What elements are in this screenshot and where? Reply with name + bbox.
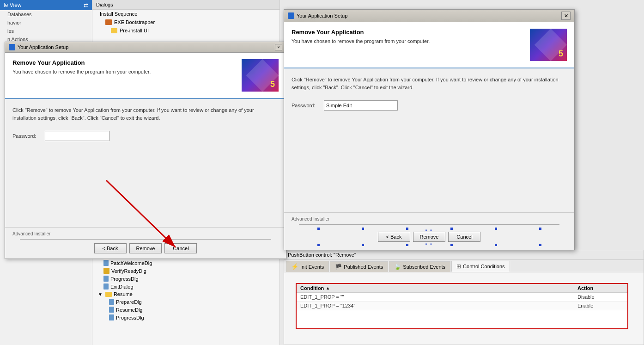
leaf-icon: 🍃 <box>394 264 401 270</box>
tree-item-exe-bootstrapper[interactable]: EXE Bootstrapper <box>92 18 279 26</box>
tree-node-verifyready[interactable]: VerifyReadyDlg <box>92 267 279 275</box>
pushbutton-label: PushButton control: "Remove" <box>284 250 644 260</box>
install-sequence-label: Install Sequence <box>100 11 137 17</box>
doc-icon-2 <box>103 276 109 282</box>
dialog-behind: Your Application Setup × Remove Your App… <box>5 42 286 259</box>
condition-cell-1: EDIT_1_PROP = "" <box>300 294 577 300</box>
folder-icon <box>111 28 117 33</box>
dialog-behind-password-label: Password: <box>12 132 40 140</box>
dialog-behind-back-button[interactable]: < Back <box>94 243 127 253</box>
table-header: Condition ▲ Action <box>297 284 627 293</box>
tab-control-conditions[interactable]: ⊞ Control Conditions <box>451 261 510 272</box>
action-cell-1: Disable <box>577 294 624 300</box>
tab-published-events[interactable]: 🏴 Published Events <box>330 261 388 272</box>
doc-icon-yellow <box>103 268 109 274</box>
table-row[interactable]: EDIT_1_PROP = "" Disable <box>297 293 627 302</box>
col-header-action: Action <box>577 285 624 291</box>
top-tree-panel: Dialogs Install Sequence EXE Bootstrappe… <box>92 0 280 46</box>
sort-arrow-icon: ▲ <box>326 286 330 290</box>
dot-b5 <box>495 244 497 246</box>
expand-icon: ▼ <box>98 292 103 297</box>
table-row[interactable]: EDIT_1_PROP = "1234" Enable <box>297 302 627 310</box>
dialog-behind-header-title: Remove Your Application <box>12 59 242 66</box>
dialog-front-cancel-button[interactable]: Cancel <box>448 232 480 242</box>
tree-node-exit[interactable]: ExitDialog <box>92 283 279 290</box>
dialog-behind-password-row: Password: <box>12 131 279 141</box>
dialog-behind-title: Your Application Setup <box>18 44 68 50</box>
dot-b2 <box>362 244 364 246</box>
tree-node-resume-dlg[interactable]: ResumeDlg <box>92 306 279 314</box>
doc-icon-3 <box>103 283 109 290</box>
dot-b6 <box>539 244 541 246</box>
dialog-front-brand: Advanced Installer <box>292 216 567 222</box>
dialog-behind-brand: Advanced Installer <box>12 231 279 236</box>
dialog-front-remove-button[interactable]: Remove <box>413 232 446 242</box>
dialog-front-header-image: 5 <box>530 29 567 61</box>
bottom-tree-panel: PatchWelcomeDlg VerifyReadyDlg ProgressD… <box>92 259 280 345</box>
dialog-behind-password-input[interactable] <box>45 131 109 141</box>
sidebar-item-databases[interactable]: Databases <box>0 10 92 18</box>
dot-4 <box>450 228 453 230</box>
tab-init-events[interactable]: ⚡ Init Events <box>286 261 329 272</box>
left-panel-header: le View ⇄ <box>0 0 92 10</box>
left-panel-icon: ⇄ <box>84 2 88 8</box>
folder-icon-resume <box>105 292 112 297</box>
conditions-table: Condition ▲ Action EDIT_1_PROP = "" Disa… <box>296 283 628 329</box>
doc-icon-5 <box>109 307 114 313</box>
dialog-front-back-button[interactable]: < Back <box>378 232 410 242</box>
dot-b4 <box>450 244 453 246</box>
dot-2 <box>362 228 364 230</box>
dialog-front-password-row: Password: <box>292 100 567 111</box>
grid-icon: ⊞ <box>456 263 461 270</box>
dialog-behind-titlebar: Your Application Setup × <box>5 42 286 53</box>
dot-5 <box>495 228 497 230</box>
flag-icon: 🏴 <box>335 264 342 270</box>
tree-item-preinstall-ui[interactable]: Pre-install UI <box>92 26 279 35</box>
dialog-behind-cancel-button[interactable]: Cancel <box>164 243 197 253</box>
tree-node-resume[interactable]: ▼ Resume <box>92 290 279 298</box>
preinstall-ui-label: Pre-install UI <box>120 28 149 33</box>
col-header-condition: Condition ▲ <box>300 285 577 291</box>
condition-cell-2: EDIT_1_PROP = "1234" <box>300 303 577 308</box>
dialog-front-icon <box>288 12 294 19</box>
dialog-front: Your Application Setup ✕ Remove Your App… <box>284 9 575 250</box>
dialog-front-title-text: Your Application Setup <box>288 12 347 19</box>
dialog-behind-header-subtitle: You have chosen to remove the program fr… <box>12 69 242 74</box>
doc-icon-6 <box>109 314 114 320</box>
dialog-behind-close-button[interactable]: × <box>275 44 282 50</box>
tab-subscribed-events[interactable]: 🍃 Subscribed Events <box>389 261 450 272</box>
dialog-front-content: Remove Your Application You have chosen … <box>284 22 574 250</box>
dialog-behind-footer: Advanced Installer < Back Remove Cancel <box>5 227 286 257</box>
tree-node-patchwelcome[interactable]: PatchWelcomeDlg <box>92 259 279 267</box>
dot-b3 <box>406 244 408 246</box>
tree-node-progress2[interactable]: ProgressDlg <box>92 314 279 321</box>
tabs-bar: ⚡ Init Events 🏴 Published Events 🍃 Subsc… <box>284 260 644 272</box>
dialog-behind-header-strip: Remove Your Application You have chosen … <box>5 53 286 99</box>
sidebar-item-ies[interactable]: ies <box>0 27 92 35</box>
dialog-behind-buttons: < Back Remove Cancel <box>12 243 279 253</box>
dialog-behind-icon <box>9 44 15 50</box>
dialog-front-header-strip: Remove Your Application You have chosen … <box>284 22 574 68</box>
dialog-front-close-button[interactable]: ✕ <box>561 12 571 20</box>
dialog-front-header-title: Remove Your Application <box>292 29 530 36</box>
dot-b1 <box>317 244 320 246</box>
dialog-front-header-subtitle: You have chosen to remove the program fr… <box>292 38 530 44</box>
action-cell-2: Enable <box>577 303 624 308</box>
tree-item-install-sequence[interactable]: Install Sequence <box>92 10 279 18</box>
tree-node-progress[interactable]: ProgressDlg <box>92 275 279 283</box>
dialog-front-password-label: Password: <box>292 102 319 110</box>
dialog-front-footer: Advanced Installer < Back Remove Cancel <box>284 212 574 250</box>
dot-3 <box>406 228 408 230</box>
dialog-front-buttons: < Back Remove Cancel <box>292 232 567 242</box>
top-tree-title: Dialogs <box>92 0 279 10</box>
dialog-front-password-input[interactable] <box>324 100 398 111</box>
dialog-front-titlebar: Your Application Setup ✕ <box>284 10 574 22</box>
dialog-behind-header-image: 5 <box>242 59 279 92</box>
left-panel-title: le View <box>4 2 21 8</box>
exe-bootstrapper-label: EXE Bootstrapper <box>114 19 155 25</box>
dialog-behind-remove-button[interactable]: Remove <box>129 243 162 253</box>
lightning-icon: ⚡ <box>291 263 298 270</box>
tree-node-prepare[interactable]: PrepareDlg <box>92 298 279 306</box>
sidebar-item-behavior[interactable]: havior <box>0 18 92 27</box>
doc-icon-4 <box>109 299 114 305</box>
